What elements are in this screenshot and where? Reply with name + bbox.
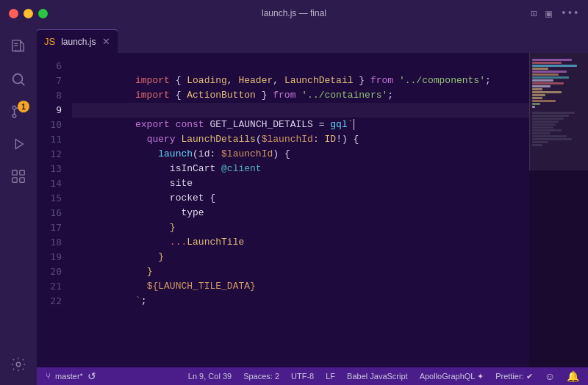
line-num-9: 9 (37, 103, 72, 118)
svg-line-4 (21, 82, 24, 85)
cursor-position[interactable]: Ln 9, Col 39 (188, 372, 232, 381)
code-editor[interactable]: 6 7 8 9 10 11 12 13 14 15 16 17 18 19 20… (37, 53, 588, 367)
line-num-18: 18 (37, 235, 72, 250)
code-line-6: import { Loading, Header, LaunchDetail }… (72, 59, 529, 73)
svg-rect-11 (20, 178, 24, 182)
svg-point-6 (12, 114, 16, 118)
svg-marker-8 (15, 140, 23, 149)
sidebar-item-extensions[interactable] (4, 162, 33, 191)
status-bar: ⑂ master* ↺ Ln 9, Col 39 Spaces: 2 UTF-8… (37, 367, 588, 385)
code-content[interactable]: import { Loading, Header, LaunchDetail }… (72, 53, 529, 367)
sidebar-item-files[interactable] (4, 32, 33, 62)
maximize-button[interactable] (38, 9, 48, 18)
language-info[interactable]: Babel JavaScript (347, 372, 408, 381)
tab-close-button[interactable]: ✕ (102, 36, 110, 47)
settings-icon[interactable] (4, 350, 33, 379)
line-num-7: 7 (37, 73, 72, 88)
main-container: 1 JS launch.js (0, 26, 588, 385)
tab-launch-js[interactable]: JS launch.js ✕ (37, 29, 118, 53)
svg-rect-9 (12, 170, 17, 175)
line-num-15: 15 (37, 191, 72, 206)
git-branch-icon: ⑂ (46, 371, 51, 381)
sidebar-item-debug[interactable] (4, 129, 33, 159)
line-num-11: 11 (37, 132, 72, 147)
activity-bar: 1 (0, 26, 37, 385)
line-num-19: 19 (37, 250, 72, 265)
window-controls (9, 9, 48, 18)
code-line-9: export const GET_LAUNCH_DETAILS = gql` (72, 103, 529, 118)
svg-point-13 (16, 362, 21, 367)
line-num-16: 16 (37, 206, 72, 220)
branch-info[interactable]: ⑂ master* ↺ (46, 370, 96, 382)
git-badge: 1 (18, 101, 29, 112)
line-num-6: 6 (37, 59, 72, 73)
svg-rect-12 (12, 178, 17, 182)
menu-icon[interactable]: ••• (561, 7, 579, 19)
minimap (529, 53, 588, 367)
line-num-20: 20 (37, 265, 72, 279)
smiley-icon[interactable]: ☺ (545, 370, 555, 382)
sidebar-item-git[interactable]: 1 (4, 97, 33, 126)
line-num-8: 8 (37, 88, 72, 103)
title-right-icons: ⊡ ▣ ••• (531, 7, 579, 20)
tab-label: launch.js (61, 37, 96, 47)
js-file-icon: JS (44, 36, 55, 47)
svg-rect-10 (20, 170, 24, 175)
line-num-21: 21 (37, 279, 72, 294)
line-num-12: 12 (37, 147, 72, 162)
line-num-14: 14 (37, 176, 72, 191)
svg-point-5 (12, 106, 16, 109)
line-num-22: 22 (37, 294, 72, 309)
minimize-button[interactable] (24, 9, 33, 18)
title-bar: launch.js — final ⊡ ▣ ••• (0, 0, 588, 26)
line-num-17: 17 (37, 220, 72, 235)
line-num-10: 10 (37, 118, 72, 132)
sidebar-item-search[interactable] (4, 65, 33, 94)
prettier-info[interactable]: Prettier: ✔ (495, 372, 533, 381)
close-button[interactable] (9, 9, 18, 18)
window-title: launch.js — final (262, 8, 326, 18)
tab-bar: JS launch.js ✕ (37, 26, 588, 53)
line-ending-info[interactable]: LF (326, 372, 335, 381)
branch-name: master* (55, 372, 83, 381)
indent-info[interactable]: Spaces: 2 (243, 372, 279, 381)
line-num-13: 13 (37, 162, 72, 176)
line-numbers: 6 7 8 9 10 11 12 13 14 15 16 17 18 19 20… (37, 53, 72, 367)
sync-icon[interactable]: ↺ (87, 370, 96, 382)
svg-point-3 (13, 74, 23, 84)
bell-icon[interactable]: 🔔 (567, 370, 579, 382)
graphql-info[interactable]: ApolloGraphQL ✦ (420, 372, 484, 381)
layout-icon[interactable]: ▣ (545, 7, 551, 20)
camera-icon[interactable]: ⊡ (531, 7, 537, 20)
encoding-info[interactable]: UTF-8 (291, 372, 314, 381)
editor-area: JS launch.js ✕ 6 7 8 9 10 11 12 13 14 15… (37, 26, 588, 385)
